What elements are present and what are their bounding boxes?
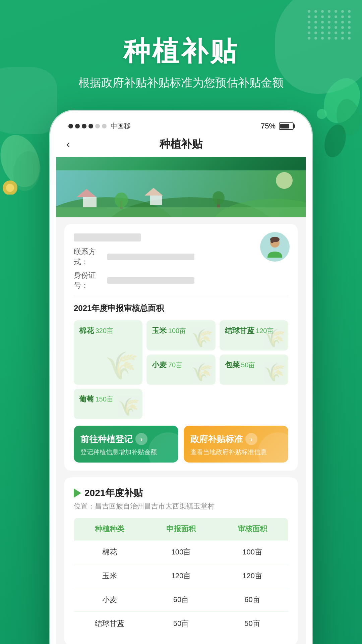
crop-section-title: 2021年度申报审核总面积 <box>74 303 288 314</box>
crop-card-wheat: 小麦 70亩 🌾 <box>146 355 215 385</box>
signal-dot-1 <box>68 124 73 128</box>
id-blurred <box>107 277 194 284</box>
row4-crop: 结球甘蓝 <box>74 612 145 636</box>
phone-screen: 中国移 75% ‹ 种植补贴 <box>56 117 306 644</box>
crop-card-grapes: 葡萄 150亩 🌾 <box>74 389 142 419</box>
crop-area-wheat: 70亩 <box>168 361 182 369</box>
row3-approved: 60亩 <box>217 588 288 612</box>
row2-approved: 120亩 <box>217 564 288 588</box>
svg-point-25 <box>270 238 274 243</box>
triangle-icon <box>74 488 81 498</box>
crop-name-cotton: 棉花 <box>79 326 94 335</box>
status-bar: 中国移 75% <box>56 117 306 132</box>
crop-name-cabbage: 结球甘蓝 <box>225 326 254 335</box>
table-header-row: 种植种类 申报面积 审核面积 <box>74 518 288 540</box>
action-row: 前往种植登记 › 登记种植信息增加补贴金额 政府补贴标准 › 查看当地政府补 <box>74 426 288 463</box>
main-title: 种植补贴 <box>0 34 362 70</box>
banner-area <box>56 157 306 217</box>
row3-declared: 60亩 <box>145 588 217 612</box>
avatar-icon <box>261 233 288 260</box>
table-row: 棉花 100亩 100亩 <box>74 540 288 564</box>
signal-dot-2 <box>75 124 80 128</box>
col-crop-type: 种植种类 <box>74 518 145 540</box>
svg-point-3 <box>6 184 14 192</box>
svg-rect-12 <box>83 197 97 207</box>
sub-title: 根据政府补贴补贴标准为您预估补贴金额 <box>0 75 362 91</box>
wheat-icon-grapes: 🌾 <box>118 396 140 417</box>
contact-label: 联系方式： <box>74 247 107 267</box>
register-button[interactable]: 前往种植登记 › 登记种植信息增加补贴金额 <box>74 426 178 463</box>
wheat-icon-wheat: 🌾 <box>191 362 213 383</box>
wheat-icon-cabbage: 🌾 <box>264 328 286 348</box>
table-row: 结球甘蓝 50亩 50亩 <box>74 612 288 636</box>
landscape-illustration <box>56 170 306 217</box>
table-body: 棉花 100亩 100亩 玉米 120亩 120亩 小麦 <box>74 540 288 636</box>
divider <box>74 296 288 296</box>
table-header: 种植种类 申报面积 审核面积 <box>74 518 288 540</box>
col-declared: 申报面积 <box>145 518 217 540</box>
signal-dot-3 <box>82 124 86 128</box>
leaf-left-decoration <box>0 94 54 195</box>
subsidy-table: 种植种类 申报面积 审核面积 棉花 100亩 100亩 <box>74 518 288 636</box>
col-approved: 审核面积 <box>217 518 288 540</box>
crop-name-wheat: 小麦 <box>152 361 167 369</box>
row2-crop: 玉米 <box>74 564 145 588</box>
row4-declared: 50亩 <box>145 612 217 636</box>
svg-point-19 <box>213 191 225 205</box>
crop-area-grapes: 150亩 <box>95 395 113 403</box>
subsidy-standard-icon: › <box>245 433 257 445</box>
phone-wrapper: 中国移 75% ‹ 种植补贴 <box>50 111 312 644</box>
header-section: 种植补贴 根据政府补贴补贴标准为您预估补贴金额 <box>0 0 362 91</box>
register-icon: › <box>135 433 147 445</box>
row3-crop: 小麦 <box>74 588 145 612</box>
status-left: 中国移 <box>68 121 131 130</box>
status-right: 75% <box>261 122 294 130</box>
crop-name-grapes: 葡萄 <box>79 395 94 403</box>
content-area: 联系方式： 身份证号： <box>56 224 306 644</box>
avatar <box>260 232 290 262</box>
user-card: 联系方式： 身份证号： <box>64 224 298 471</box>
crop-name-pakchoi: 包菜 <box>225 361 240 369</box>
crop-card-cabbage: 结球甘蓝 120亩 🌾 <box>220 320 288 351</box>
signal-dot-4 <box>88 124 93 128</box>
crop-name-corn: 玉米 <box>152 326 167 335</box>
nav-title: 种植补贴 <box>160 137 202 152</box>
svg-point-21 <box>276 172 293 189</box>
crop-area-cotton: 320亩 <box>95 327 113 334</box>
wheat-icon-pakchoi: 🌾 <box>264 362 286 383</box>
battery-fill <box>280 124 289 128</box>
id-label: 身份证号： <box>74 270 107 290</box>
contact-row: 联系方式： <box>74 247 288 267</box>
user-name-blurred <box>74 233 141 241</box>
bottom-pad <box>74 636 288 644</box>
crop-area-pakchoi: 50亩 <box>241 361 255 369</box>
battery-percent: 75% <box>261 122 276 130</box>
svg-rect-20 <box>56 207 306 217</box>
row4-approved: 50亩 <box>217 612 288 636</box>
crops-grid: 棉花 320亩 🌾 玉米 100亩 🌾 结球甘蓝 <box>74 320 288 419</box>
table-row: 玉米 120亩 120亩 <box>74 564 288 588</box>
contact-blurred <box>107 254 194 260</box>
row1-declared: 100亩 <box>145 540 217 564</box>
wheat-icon-large: 🌾 <box>105 350 138 381</box>
id-row: 身份证号： <box>74 270 288 290</box>
row2-declared: 120亩 <box>145 564 217 588</box>
nav-bar: ‹ 种植补贴 <box>56 132 306 157</box>
crop-area-corn: 100亩 <box>168 327 186 334</box>
crop-card-cotton: 棉花 320亩 🌾 <box>74 320 142 385</box>
svg-point-7 <box>317 109 327 119</box>
wheat-icon-corn: 🌾 <box>191 328 213 348</box>
row1-approved: 100亩 <box>217 540 288 564</box>
crop-card-pakchoi: 包菜 50亩 🌾 <box>220 355 288 385</box>
crop-card-corn: 玉米 100亩 🌾 <box>146 320 215 351</box>
svg-point-17 <box>115 193 128 207</box>
svg-rect-14 <box>150 196 162 205</box>
table-row: 小麦 60亩 60亩 <box>74 588 288 612</box>
subsidy-standard-button[interactable]: 政府补贴标准 › 查看当地政府补贴标准信息 <box>184 426 288 463</box>
battery-icon <box>279 122 294 130</box>
phone-frame: 中国移 75% ‹ 种植补贴 <box>50 111 312 644</box>
signal-dot-5 <box>95 124 100 128</box>
back-button[interactable]: ‹ <box>66 138 70 150</box>
subsidy-title-row: 2021年度补贴 <box>74 487 288 499</box>
subsidy-location: 位置：昌吉回族自治州昌吉市大西渠镇玉堂村 <box>74 501 288 511</box>
